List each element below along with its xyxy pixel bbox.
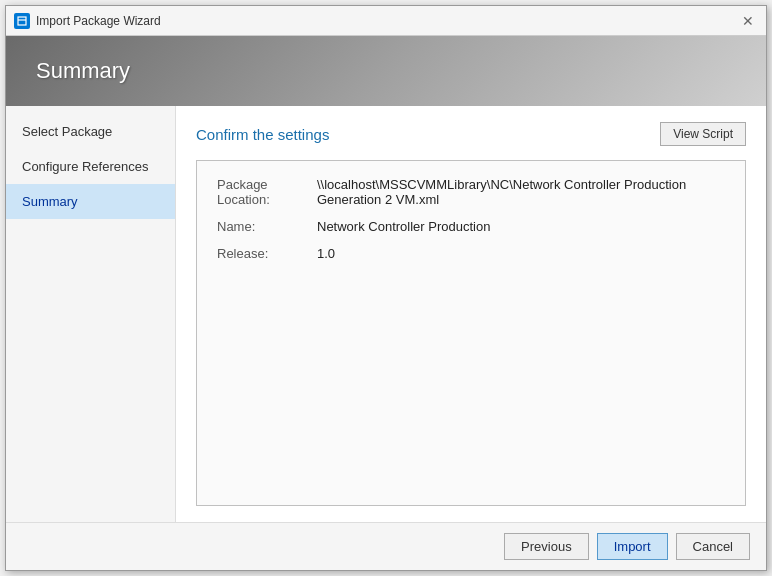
details-box: Package Location: \\localhost\MSSCVMMLib… <box>196 160 746 506</box>
sidebar: Select Package Configure References Summ… <box>6 106 176 522</box>
release-value: 1.0 <box>317 246 725 261</box>
title-bar: Import Package Wizard ✕ <box>6 6 766 36</box>
package-location-row: Package Location: \\localhost\MSSCVMMLib… <box>217 177 725 207</box>
main-header: Confirm the settings View Script <box>196 122 746 146</box>
sidebar-item-configure-references[interactable]: Configure References <box>6 149 175 184</box>
sidebar-item-label: Select Package <box>22 124 112 139</box>
window-icon <box>14 13 30 29</box>
sidebar-item-label: Configure References <box>22 159 148 174</box>
name-row: Name: Network Controller Production <box>217 219 725 234</box>
name-label: Name: <box>217 219 317 234</box>
header-title: Summary <box>36 58 130 84</box>
footer: Previous Import Cancel <box>6 522 766 570</box>
window-title: Import Package Wizard <box>36 14 738 28</box>
package-location-label: Package Location: <box>217 177 317 207</box>
sidebar-item-summary[interactable]: Summary <box>6 184 175 219</box>
sidebar-item-select-package[interactable]: Select Package <box>6 114 175 149</box>
close-button[interactable]: ✕ <box>738 11 758 31</box>
cancel-button[interactable]: Cancel <box>676 533 750 560</box>
previous-button[interactable]: Previous <box>504 533 589 560</box>
package-location-value: \\localhost\MSSCVMMLibrary\NC\Network Co… <box>317 177 725 207</box>
release-row: Release: 1.0 <box>217 246 725 261</box>
sidebar-item-label: Summary <box>22 194 78 209</box>
main-content: Confirm the settings View Script Package… <box>176 106 766 522</box>
section-title: Confirm the settings <box>196 126 329 143</box>
name-value: Network Controller Production <box>317 219 725 234</box>
view-script-button[interactable]: View Script <box>660 122 746 146</box>
header-banner: Summary <box>6 36 766 106</box>
import-package-wizard-window: Import Package Wizard ✕ Summary Select P… <box>5 5 767 571</box>
content-area: Select Package Configure References Summ… <box>6 106 766 522</box>
import-button[interactable]: Import <box>597 533 668 560</box>
release-label: Release: <box>217 246 317 261</box>
svg-rect-0 <box>18 17 26 25</box>
